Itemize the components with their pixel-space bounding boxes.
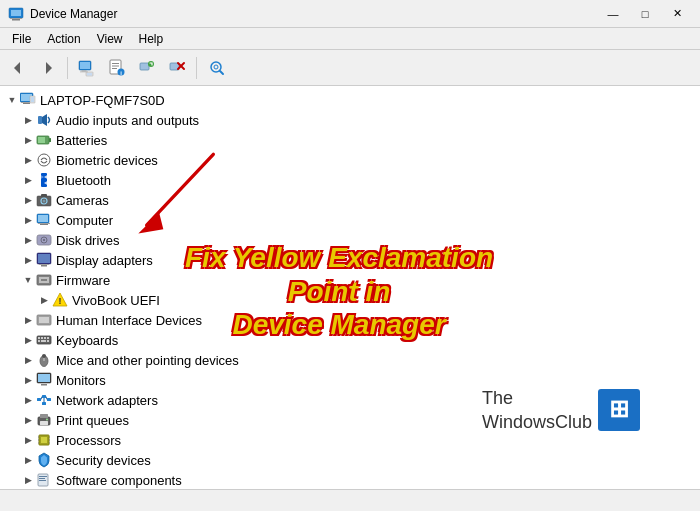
main-content: ▼ LAPTOP-FQMF7S0D ▶Audio inputs and outp… xyxy=(0,86,700,489)
close-button[interactable]: ✕ xyxy=(662,4,692,24)
svg-rect-10 xyxy=(82,70,87,71)
tree-item-14[interactable]: ▶Network adapters xyxy=(0,390,700,410)
tree-item-10[interactable]: ▶Human Interface Devices xyxy=(0,310,700,330)
tree-item-15[interactable]: ▶Print queues xyxy=(0,410,700,430)
menu-file[interactable]: File xyxy=(4,30,39,48)
expand-icon-2: ▶ xyxy=(20,152,36,168)
back-button[interactable] xyxy=(4,54,32,82)
tree-item-7[interactable]: ▶Display adapters xyxy=(0,250,700,270)
expand-icon-3: ▶ xyxy=(20,172,36,188)
expand-icon-6: ▶ xyxy=(20,232,36,248)
svg-rect-70 xyxy=(41,340,46,342)
forward-button[interactable] xyxy=(34,54,62,82)
item-label-6: Disk drives xyxy=(56,233,120,248)
tree-items-container: ▶Audio inputs and outputs▶Batteries▶Biom… xyxy=(0,110,700,489)
tree-item-3[interactable]: ▶Bluetooth xyxy=(0,170,700,190)
item-label-3: Bluetooth xyxy=(56,173,111,188)
uninstall-button[interactable] xyxy=(163,54,191,82)
svg-rect-59 xyxy=(41,279,47,281)
expand-icon-8: ▼ xyxy=(20,272,36,288)
tree-item-9[interactable]: ▶ ! VivoBook UEFI xyxy=(0,290,700,310)
item-icon-2 xyxy=(36,152,52,168)
window-controls: — □ ✕ xyxy=(598,4,692,24)
expand-icon-1: ▶ xyxy=(20,132,36,148)
svg-rect-77 xyxy=(41,384,47,386)
svg-rect-28 xyxy=(23,103,30,104)
expand-icon-12: ▶ xyxy=(20,352,36,368)
svg-rect-48 xyxy=(40,224,48,225)
svg-point-19 xyxy=(148,61,154,67)
tree-item-4[interactable]: ▶Cameras xyxy=(0,190,700,210)
svg-rect-35 xyxy=(49,138,51,142)
tree-item-12[interactable]: ▶Mice and other pointing devices xyxy=(0,350,700,370)
svg-rect-11 xyxy=(80,71,88,72)
svg-marker-5 xyxy=(46,62,52,74)
svg-rect-15 xyxy=(112,68,117,69)
svg-rect-71 xyxy=(47,340,49,342)
device-tree[interactable]: ▼ LAPTOP-FQMF7S0D ▶Audio inputs and outp… xyxy=(0,86,700,489)
svg-rect-47 xyxy=(38,215,48,222)
window-title: Device Manager xyxy=(30,7,117,21)
svg-rect-49 xyxy=(38,223,50,224)
item-label-10: Human Interface Devices xyxy=(56,313,202,328)
svg-point-44 xyxy=(43,200,46,203)
menu-help[interactable]: Help xyxy=(131,30,172,48)
root-expand-icon: ▼ xyxy=(4,92,20,108)
properties-button[interactable]: i xyxy=(103,54,131,82)
expand-icon-10: ▶ xyxy=(20,312,36,328)
item-icon-3 xyxy=(36,172,52,188)
computer-button[interactable] xyxy=(73,54,101,82)
item-label-11: Keyboards xyxy=(56,333,118,348)
tree-item-11[interactable]: ▶Keyboards xyxy=(0,330,700,350)
update-driver-button[interactable] xyxy=(133,54,161,82)
tree-root-item[interactable]: ▼ LAPTOP-FQMF7S0D xyxy=(0,90,700,110)
expand-icon-17: ▶ xyxy=(20,452,36,468)
tree-item-2[interactable]: ▶Biometric devices xyxy=(0,150,700,170)
tree-item-17[interactable]: ▶Security devices xyxy=(0,450,700,470)
tree-item-5[interactable]: ▶Computer xyxy=(0,210,700,230)
svg-rect-87 xyxy=(40,421,48,425)
svg-point-88 xyxy=(46,419,48,421)
svg-rect-80 xyxy=(47,398,51,401)
tree-item-16[interactable]: ▶Processors xyxy=(0,430,700,450)
tree-item-1[interactable]: ▶Batteries xyxy=(0,130,700,150)
item-label-16: Processors xyxy=(56,433,121,448)
svg-point-52 xyxy=(43,239,45,241)
item-label-2: Biometric devices xyxy=(56,153,158,168)
expand-icon-9: ▶ xyxy=(36,292,52,308)
minimize-button[interactable]: — xyxy=(598,4,628,24)
tree-item-6[interactable]: ▶Disk drives xyxy=(0,230,700,250)
maximize-button[interactable]: □ xyxy=(630,4,660,24)
svg-marker-4 xyxy=(14,62,20,74)
toolbar: i xyxy=(0,50,700,86)
item-icon-5 xyxy=(36,212,52,228)
menu-view[interactable]: View xyxy=(89,30,131,48)
tree-item-18[interactable]: ▶Software components xyxy=(0,470,700,489)
svg-point-37 xyxy=(38,154,50,166)
tree-item-8[interactable]: ▼Firmware xyxy=(0,270,700,290)
svg-rect-9 xyxy=(87,73,92,76)
svg-rect-67 xyxy=(44,337,46,339)
item-icon-13 xyxy=(36,372,52,388)
svg-rect-66 xyxy=(41,337,43,339)
tree-item-0[interactable]: ▶Audio inputs and outputs xyxy=(0,110,700,130)
menu-action[interactable]: Action xyxy=(39,30,88,48)
item-icon-16 xyxy=(36,432,52,448)
svg-rect-14 xyxy=(112,65,119,66)
app-icon xyxy=(8,6,24,22)
expand-icon-11: ▶ xyxy=(20,332,36,348)
svg-line-82 xyxy=(41,397,42,400)
scan-button[interactable] xyxy=(202,54,230,82)
item-icon-10 xyxy=(36,312,52,328)
toolbar-sep-2 xyxy=(196,57,197,79)
svg-rect-18 xyxy=(140,63,149,70)
svg-rect-55 xyxy=(41,265,47,267)
item-icon-4 xyxy=(36,192,52,208)
svg-rect-99 xyxy=(39,478,45,479)
item-label-15: Print queues xyxy=(56,413,129,428)
svg-rect-78 xyxy=(37,398,41,401)
expand-icon-7: ▶ xyxy=(20,252,36,268)
svg-rect-45 xyxy=(41,194,47,197)
tree-item-13[interactable]: ▶Monitors xyxy=(0,370,700,390)
expand-icon-18: ▶ xyxy=(20,472,36,488)
